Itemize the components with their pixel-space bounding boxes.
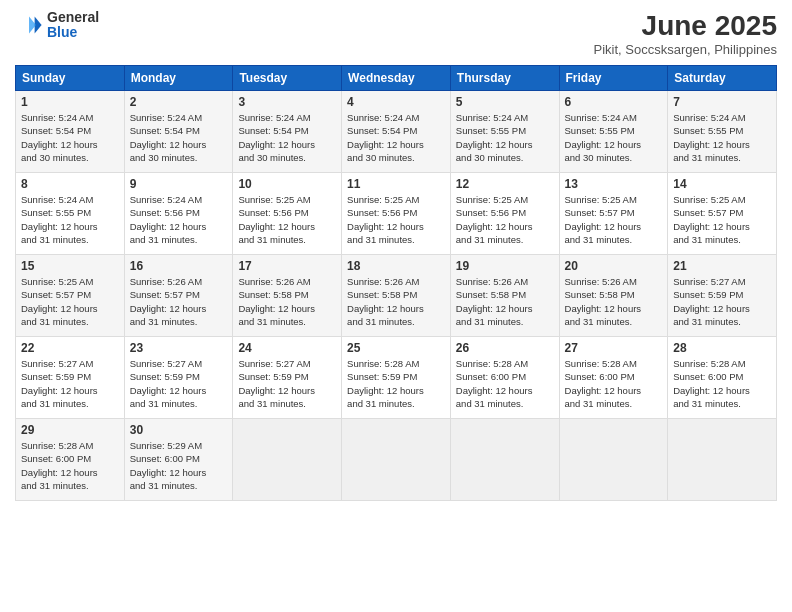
day-number: 16 [130,259,228,273]
day-info: Sunrise: 5:26 AMSunset: 5:58 PMDaylight:… [347,276,424,327]
day-number: 12 [456,177,554,191]
day-info: Sunrise: 5:25 AMSunset: 5:56 PMDaylight:… [238,194,315,245]
day-info: Sunrise: 5:25 AMSunset: 5:56 PMDaylight:… [456,194,533,245]
calendar-page: General Blue June 2025 Pikit, Soccsksarg… [0,0,792,612]
day-info: Sunrise: 5:25 AMSunset: 5:57 PMDaylight:… [21,276,98,327]
logo: General Blue [15,10,99,41]
day-info: Sunrise: 5:28 AMSunset: 6:00 PMDaylight:… [456,358,533,409]
day-number: 22 [21,341,119,355]
day-number: 23 [130,341,228,355]
col-wednesday: Wednesday [342,66,451,91]
day-info: Sunrise: 5:24 AMSunset: 5:54 PMDaylight:… [21,112,98,163]
day-number: 30 [130,423,228,437]
day-number: 27 [565,341,663,355]
table-row: 22Sunrise: 5:27 AMSunset: 5:59 PMDayligh… [16,337,777,419]
day-number: 29 [21,423,119,437]
day-number: 19 [456,259,554,273]
day-number: 26 [456,341,554,355]
col-friday: Friday [559,66,668,91]
day-info: Sunrise: 5:28 AMSunset: 5:59 PMDaylight:… [347,358,424,409]
day-number: 2 [130,95,228,109]
day-info: Sunrise: 5:25 AMSunset: 5:57 PMDaylight:… [673,194,750,245]
day-info: Sunrise: 5:29 AMSunset: 6:00 PMDaylight:… [130,440,207,491]
day-number: 1 [21,95,119,109]
header-row: Sunday Monday Tuesday Wednesday Thursday… [16,66,777,91]
day-number: 6 [565,95,663,109]
day-info: Sunrise: 5:28 AMSunset: 6:00 PMDaylight:… [673,358,750,409]
day-info: Sunrise: 5:25 AMSunset: 5:56 PMDaylight:… [347,194,424,245]
day-info: Sunrise: 5:28 AMSunset: 6:00 PMDaylight:… [565,358,642,409]
title-section: June 2025 Pikit, Soccsksargen, Philippin… [593,10,777,57]
day-number: 17 [238,259,336,273]
day-number: 28 [673,341,771,355]
day-info: Sunrise: 5:27 AMSunset: 5:59 PMDaylight:… [130,358,207,409]
day-number: 11 [347,177,445,191]
logo-general: General [47,10,99,25]
day-number: 9 [130,177,228,191]
day-number: 15 [21,259,119,273]
day-info: Sunrise: 5:25 AMSunset: 5:57 PMDaylight:… [565,194,642,245]
day-number: 10 [238,177,336,191]
calendar-title: June 2025 [593,10,777,42]
day-info: Sunrise: 5:26 AMSunset: 5:57 PMDaylight:… [130,276,207,327]
day-info: Sunrise: 5:27 AMSunset: 5:59 PMDaylight:… [238,358,315,409]
logo-text: General Blue [47,10,99,41]
day-info: Sunrise: 5:28 AMSunset: 6:00 PMDaylight:… [21,440,98,491]
day-info: Sunrise: 5:27 AMSunset: 5:59 PMDaylight:… [21,358,98,409]
day-number: 18 [347,259,445,273]
day-number: 4 [347,95,445,109]
day-info: Sunrise: 5:24 AMSunset: 5:54 PMDaylight:… [130,112,207,163]
col-tuesday: Tuesday [233,66,342,91]
table-row: 29Sunrise: 5:28 AMSunset: 6:00 PMDayligh… [16,419,777,501]
day-info: Sunrise: 5:26 AMSunset: 5:58 PMDaylight:… [565,276,642,327]
day-number: 3 [238,95,336,109]
day-number: 13 [565,177,663,191]
logo-icon [15,11,43,39]
day-info: Sunrise: 5:24 AMSunset: 5:56 PMDaylight:… [130,194,207,245]
calendar-subtitle: Pikit, Soccsksargen, Philippines [593,42,777,57]
day-info: Sunrise: 5:26 AMSunset: 5:58 PMDaylight:… [456,276,533,327]
table-row: 1Sunrise: 5:24 AMSunset: 5:54 PMDaylight… [16,91,777,173]
header: General Blue June 2025 Pikit, Soccsksarg… [15,10,777,57]
day-number: 21 [673,259,771,273]
table-row: 8Sunrise: 5:24 AMSunset: 5:55 PMDaylight… [16,173,777,255]
day-number: 5 [456,95,554,109]
day-info: Sunrise: 5:24 AMSunset: 5:54 PMDaylight:… [238,112,315,163]
day-info: Sunrise: 5:24 AMSunset: 5:55 PMDaylight:… [21,194,98,245]
day-info: Sunrise: 5:24 AMSunset: 5:55 PMDaylight:… [456,112,533,163]
day-number: 24 [238,341,336,355]
day-info: Sunrise: 5:26 AMSunset: 5:58 PMDaylight:… [238,276,315,327]
calendar-table: Sunday Monday Tuesday Wednesday Thursday… [15,65,777,501]
day-number: 25 [347,341,445,355]
day-number: 20 [565,259,663,273]
day-number: 14 [673,177,771,191]
day-number: 7 [673,95,771,109]
day-info: Sunrise: 5:27 AMSunset: 5:59 PMDaylight:… [673,276,750,327]
col-sunday: Sunday [16,66,125,91]
day-number: 8 [21,177,119,191]
col-saturday: Saturday [668,66,777,91]
col-monday: Monday [124,66,233,91]
col-thursday: Thursday [450,66,559,91]
day-info: Sunrise: 5:24 AMSunset: 5:54 PMDaylight:… [347,112,424,163]
table-row: 15Sunrise: 5:25 AMSunset: 5:57 PMDayligh… [16,255,777,337]
logo-blue: Blue [47,25,99,40]
day-info: Sunrise: 5:24 AMSunset: 5:55 PMDaylight:… [673,112,750,163]
day-info: Sunrise: 5:24 AMSunset: 5:55 PMDaylight:… [565,112,642,163]
